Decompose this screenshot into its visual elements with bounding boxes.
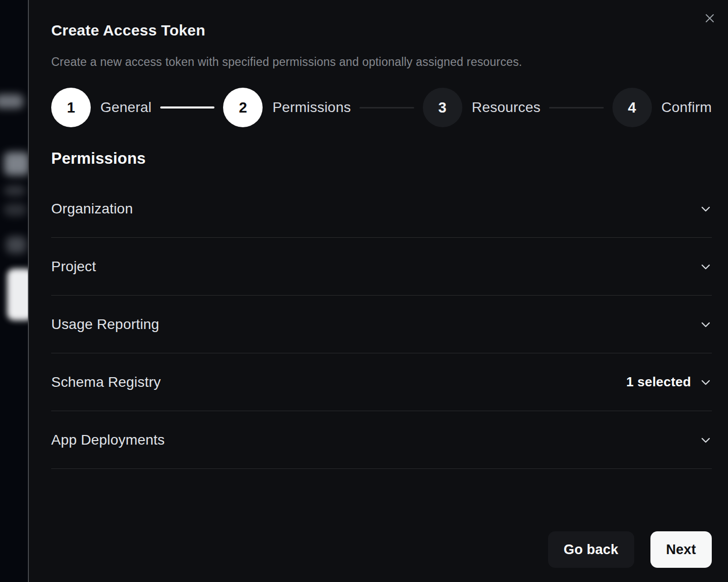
- step-connector: [549, 107, 603, 108]
- chevron-down-icon: [700, 376, 712, 388]
- step-label: General: [100, 99, 152, 116]
- chevron-down-icon: [700, 318, 712, 331]
- close-button[interactable]: [700, 8, 720, 28]
- step-number-circle: 3: [423, 88, 462, 127]
- step-connector: [359, 107, 414, 108]
- section-label: App Deployments: [51, 432, 165, 448]
- section-row-schema-registry[interactable]: Schema Registry 1 selected: [51, 353, 712, 411]
- backdrop-blurred-item: [4, 152, 29, 175]
- modal-footer: Go back Next: [548, 531, 712, 568]
- backdrop-blurred-item: [0, 94, 23, 108]
- close-icon: [704, 13, 715, 24]
- step-general[interactable]: 1 General: [51, 88, 152, 127]
- step-connector: [160, 106, 214, 108]
- section-row-project[interactable]: Project: [51, 238, 712, 296]
- go-back-button[interactable]: Go back: [548, 531, 634, 568]
- permissions-heading: Permissions: [51, 150, 712, 168]
- chevron-down-icon: [700, 434, 712, 446]
- section-label: Project: [51, 259, 96, 275]
- step-confirm[interactable]: 4 Confirm: [612, 88, 712, 127]
- step-number-circle: 4: [612, 88, 652, 127]
- chevron-down-icon: [700, 261, 712, 273]
- section-row-usage-reporting[interactable]: Usage Reporting: [51, 296, 712, 353]
- step-label: Confirm: [662, 99, 712, 116]
- backdrop-blurred-item: [6, 236, 26, 253]
- step-permissions[interactable]: 2 Permissions: [223, 88, 351, 127]
- section-label: Usage Reporting: [51, 316, 159, 333]
- section-label: Organization: [51, 201, 133, 217]
- backdrop-blurred-item: [4, 204, 26, 216]
- step-number-circle: 1: [51, 88, 91, 127]
- step-label: Permissions: [272, 99, 351, 116]
- screen: Create Access Token Create a new access …: [0, 0, 728, 582]
- step-resources[interactable]: 3 Resources: [423, 88, 541, 127]
- background-page: [0, 0, 28, 582]
- next-button[interactable]: Next: [650, 531, 712, 568]
- stepper: 1 General 2 Permissions 3 Resources 4 Co…: [51, 88, 712, 127]
- backdrop-blurred-item: [4, 186, 25, 196]
- section-label: Schema Registry: [51, 374, 161, 390]
- modal-subtitle: Create a new access token with specified…: [51, 55, 712, 69]
- section-row-app-deployments[interactable]: App Deployments: [51, 411, 712, 469]
- selected-count-badge: 1 selected: [626, 374, 691, 390]
- section-row-organization[interactable]: Organization: [51, 180, 712, 238]
- create-access-token-modal: Create Access Token Create a new access …: [28, 0, 728, 582]
- modal-title: Create Access Token: [51, 22, 712, 39]
- chevron-down-icon: [700, 203, 712, 215]
- permissions-sections: Organization Project Usage: [51, 180, 712, 469]
- step-label: Resources: [472, 99, 541, 116]
- step-number-circle: 2: [223, 88, 263, 127]
